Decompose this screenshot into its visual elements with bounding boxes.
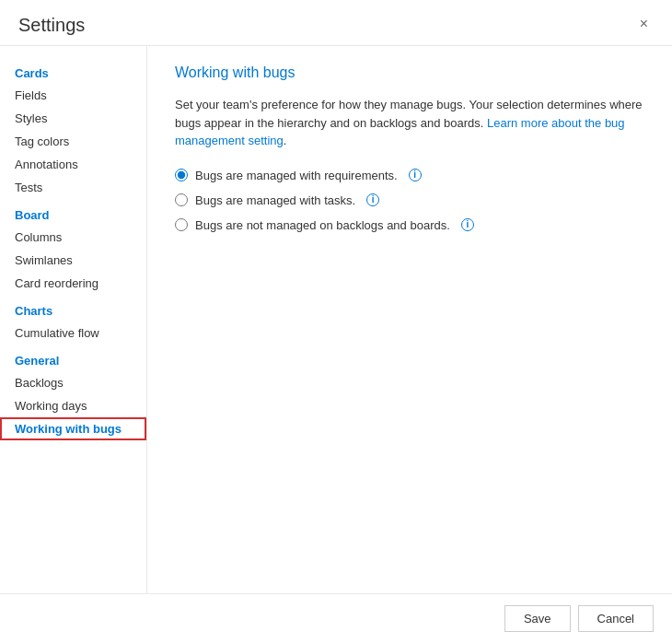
sidebar-section-charts: Charts <box>0 295 146 322</box>
settings-dialog: Settings × Cards Fields Styles Tag color… <box>0 0 672 643</box>
radio-label-not-managed: Bugs are not managed on backlogs and boa… <box>195 218 450 232</box>
sidebar-item-fields[interactable]: Fields <box>0 84 146 107</box>
sidebar: Cards Fields Styles Tag colors Annotatio… <box>0 46 147 593</box>
close-button[interactable]: × <box>634 15 654 33</box>
info-icon-not-managed[interactable]: i <box>461 218 474 231</box>
sidebar-item-cumulative-flow[interactable]: Cumulative flow <box>0 322 146 345</box>
sidebar-item-columns[interactable]: Columns <box>0 226 146 249</box>
main-content: Working with bugs Set your team's prefer… <box>147 46 672 593</box>
info-icon-requirements[interactable]: i <box>409 169 422 181</box>
radio-option-requirements[interactable]: Bugs are managed with requirements. i <box>175 169 644 182</box>
sidebar-item-annotations[interactable]: Annotations <box>0 153 146 176</box>
section-description: Set your team's preference for how they … <box>175 96 644 150</box>
sidebar-section-general: General <box>0 345 146 371</box>
info-icon-tasks[interactable]: i <box>366 193 379 206</box>
radio-label-tasks: Bugs are managed with tasks. <box>195 193 355 207</box>
sidebar-item-card-reordering[interactable]: Card reordering <box>0 272 146 295</box>
sidebar-item-working-with-bugs[interactable]: Working with bugs <box>0 417 146 440</box>
dialog-body: Cards Fields Styles Tag colors Annotatio… <box>0 46 672 593</box>
sidebar-item-backlogs[interactable]: Backlogs <box>0 371 146 394</box>
radio-option-not-managed[interactable]: Bugs are not managed on backlogs and boa… <box>175 218 644 232</box>
sidebar-item-working-days[interactable]: Working days <box>0 394 146 417</box>
sidebar-section-board: Board <box>0 199 146 226</box>
sidebar-item-styles[interactable]: Styles <box>0 107 146 130</box>
dialog-title: Settings <box>18 15 85 36</box>
dialog-footer: Save Cancel <box>0 593 672 643</box>
radio-input-requirements[interactable] <box>175 169 188 181</box>
sidebar-item-tests[interactable]: Tests <box>0 176 146 199</box>
sidebar-item-tag-colors[interactable]: Tag colors <box>0 130 146 153</box>
cancel-button[interactable]: Cancel <box>578 605 654 632</box>
save-button[interactable]: Save <box>504 605 571 632</box>
radio-input-tasks[interactable] <box>175 193 188 206</box>
sidebar-section-cards: Cards <box>0 57 146 84</box>
sidebar-item-swimlanes[interactable]: Swimlanes <box>0 249 146 272</box>
radio-group: Bugs are managed with requirements. i Bu… <box>175 169 644 232</box>
radio-label-requirements: Bugs are managed with requirements. <box>195 169 398 182</box>
section-title: Working with bugs <box>175 64 644 81</box>
radio-option-tasks[interactable]: Bugs are managed with tasks. i <box>175 193 644 207</box>
description-suffix: . <box>284 134 287 147</box>
radio-input-not-managed[interactable] <box>175 218 188 231</box>
dialog-header: Settings × <box>0 0 672 46</box>
